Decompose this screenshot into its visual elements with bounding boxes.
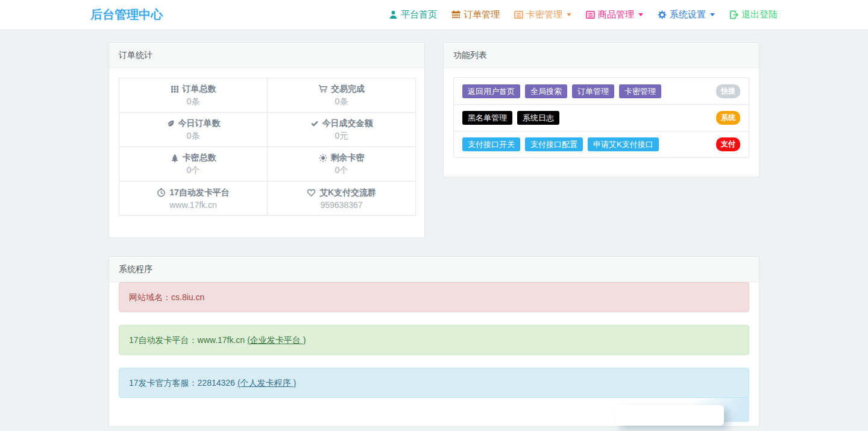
system-program-title: 系统程序 xyxy=(109,257,759,282)
chevron-down-icon xyxy=(567,13,571,16)
check-icon xyxy=(310,119,319,128)
stat-cell: 剩余卡密 0个 xyxy=(268,147,416,181)
enterprise-platform-link[interactable]: (企业发卡平台 ) xyxy=(247,335,306,345)
logout-icon xyxy=(729,10,738,19)
nav-item-orders[interactable]: 订单管理 xyxy=(451,9,500,20)
user-icon xyxy=(389,10,398,19)
nav-label: 商品管理 xyxy=(598,9,634,20)
system-badge: 系统 xyxy=(716,111,740,125)
gear-icon xyxy=(658,10,667,19)
stat-label: 今日订单数 xyxy=(178,118,221,129)
main-content: 订单统计 订单总数 0条 交易完成 0条 今日订单数 0条 xyxy=(108,30,760,427)
stat-label: 剩余卡密 xyxy=(331,153,365,163)
nav-item-home[interactable]: 平台首页 xyxy=(389,9,437,20)
support-alert: 17发卡官方客服：22814326(个人发卡程序 ) xyxy=(119,368,749,398)
nav-label: 退出登陆 xyxy=(741,9,778,20)
list-alt-icon xyxy=(514,10,523,19)
order-management-button[interactable]: 订单管理 xyxy=(572,84,614,98)
order-stats-table: 订单总数 0条 交易完成 0条 今日订单数 0条 今日成交金额 xyxy=(119,78,416,216)
system-log-button[interactable]: 系统日志 xyxy=(517,111,559,125)
stat-label: 卡密总数 xyxy=(183,153,216,163)
grid-icon xyxy=(171,85,179,93)
nav-item-settings[interactable]: 系统设置 xyxy=(658,9,715,20)
function-list-card: 功能列表 返回用户首页 全局搜索 订单管理 卡密管理 快捷 黑名单管理 系统日志… xyxy=(443,42,760,177)
stat-value: 0条 xyxy=(119,96,267,107)
stat-cell: 卡密总数 0个 xyxy=(119,147,268,181)
stat-value: 0个 xyxy=(119,165,267,176)
blacklist-management-button[interactable]: 黑名单管理 xyxy=(462,111,512,125)
stat-label: 交易完成 xyxy=(331,84,365,95)
stat-cell: 今日订单数 0条 xyxy=(119,113,268,147)
calendar-icon xyxy=(451,10,461,19)
stat-cell: 艾K支付交流群 959638367 xyxy=(268,181,416,216)
platform-alert: 17自动发卡平台：www.17fk.cn(企业发卡平台 ) xyxy=(119,325,749,355)
personal-program-link[interactable]: (个人发卡程序 ) xyxy=(237,378,296,388)
main-nav: 平台首页 订单管理 卡密管理 商品管理 xyxy=(389,9,778,20)
stat-label: 艾K支付交流群 xyxy=(319,187,376,198)
back-to-user-home-button[interactable]: 返回用户首页 xyxy=(462,84,520,98)
stat-cell: 今日成交金额 0元 xyxy=(268,113,416,147)
heart-icon xyxy=(307,188,316,197)
leaf-icon xyxy=(166,119,175,128)
nav-label: 卡密管理 xyxy=(526,9,562,20)
domain-alert: 网站域名：cs.8iu.cn xyxy=(119,282,749,312)
order-stats-card: 订单统计 订单总数 0条 交易完成 0条 今日订单数 0条 xyxy=(108,42,425,238)
function-row-system: 黑名单管理 系统日志 系统 xyxy=(454,104,749,131)
stat-value: 0条 xyxy=(268,96,415,107)
stat-label: 17自动发卡平台 xyxy=(169,187,230,198)
order-stats-title: 订单统计 xyxy=(109,43,424,68)
nav-label: 平台首页 xyxy=(401,9,437,20)
nav-item-product-mgmt[interactable]: 商品管理 xyxy=(586,9,643,20)
function-list: 返回用户首页 全局搜索 订单管理 卡密管理 快捷 黑名单管理 系统日志 系统 支… xyxy=(453,77,749,158)
chevron-down-icon xyxy=(638,13,643,16)
quick-badge: 快捷 xyxy=(716,84,740,98)
payment-config-button[interactable]: 支付接口配置 xyxy=(525,137,583,151)
stat-label: 订单总数 xyxy=(183,84,216,95)
payment-switch-button[interactable]: 支付接口开关 xyxy=(462,137,520,151)
nav-item-card-mgmt[interactable]: 卡密管理 xyxy=(514,9,571,20)
payment-badge: 支付 xyxy=(716,137,740,151)
alert-text: 17发卡官方客服：22814326 xyxy=(129,378,235,388)
stat-value: www.17fk.cn xyxy=(119,200,267,210)
list-alt-icon xyxy=(586,10,595,19)
cart-icon xyxy=(318,84,327,93)
stat-value: 0条 xyxy=(119,131,267,142)
page-title: 后台管理中心 xyxy=(90,7,163,23)
function-row-quick: 返回用户首页 全局搜索 订单管理 卡密管理 快捷 xyxy=(454,78,749,104)
global-search-button[interactable]: 全局搜索 xyxy=(525,84,567,98)
apply-aik-payment-button[interactable]: 申请艾K支付接口 xyxy=(588,137,659,151)
nav-item-logout[interactable]: 退出登陆 xyxy=(729,9,778,20)
clock-icon xyxy=(157,188,166,197)
chevron-down-icon xyxy=(710,13,715,16)
function-row-payment: 支付接口开关 支付接口配置 申请艾K支付接口 支付 xyxy=(454,131,749,157)
nav-label: 订单管理 xyxy=(464,9,500,20)
top-navbar: 后台管理中心 平台首页 订单管理 卡密管理 xyxy=(0,0,868,30)
tree-icon xyxy=(171,154,179,162)
stat-value: 0个 xyxy=(268,165,415,176)
stat-value: 0元 xyxy=(268,131,415,142)
overlay-artifact xyxy=(615,405,724,426)
alert-text: 17自动发卡平台：www.17fk.cn xyxy=(129,335,245,345)
stat-value: 959638367 xyxy=(268,200,415,210)
nav-label: 系统设置 xyxy=(670,9,706,20)
alert-text: 网站域名：cs.8iu.cn xyxy=(129,292,204,302)
sun-icon xyxy=(319,154,327,162)
stat-cell: 交易完成 0条 xyxy=(268,78,416,113)
stat-cell: 17自动发卡平台 www.17fk.cn xyxy=(119,181,268,216)
stat-cell: 订单总数 0条 xyxy=(119,78,268,113)
stat-label: 今日成交金额 xyxy=(322,118,373,129)
system-program-card: 系统程序 网站域名：cs.8iu.cn 17自动发卡平台：www.17fk.cn… xyxy=(108,256,760,427)
card-management-button[interactable]: 卡密管理 xyxy=(619,84,661,98)
function-list-title: 功能列表 xyxy=(444,43,759,68)
